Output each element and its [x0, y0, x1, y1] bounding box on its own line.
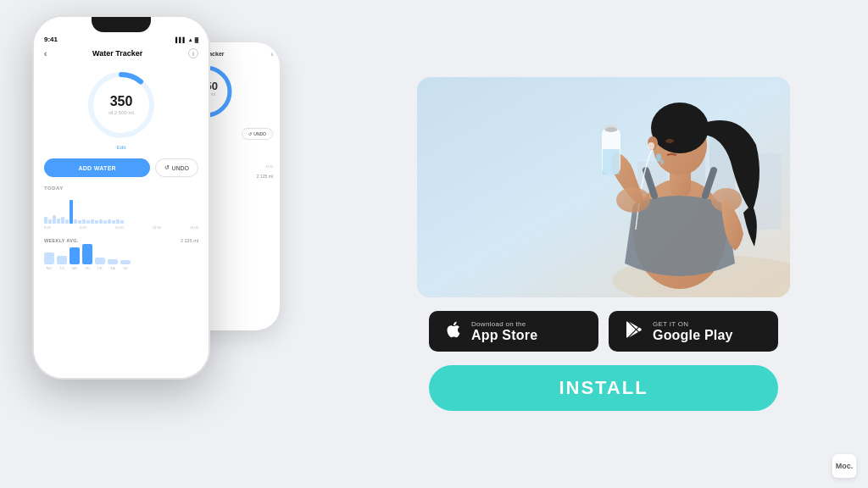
weekly-bars: MO TU WE TH [44, 247, 198, 270]
bar-2 [48, 219, 52, 224]
back-weekly-value: 2 125 ml [257, 174, 273, 179]
today-label: TODAY [44, 186, 198, 191]
app-store-button[interactable]: Download on the App Store [429, 311, 598, 352]
status-icons: ▌▌▌ ▲ ▓ [175, 37, 198, 42]
svg-point-24 [660, 159, 664, 164]
bar-time-labels: 0:00 6:00 12:00 18:00 24:00 [44, 225, 198, 230]
add-water-button[interactable]: ADD WATER [44, 158, 150, 177]
google-play-main: Google Play [653, 328, 733, 343]
bar-4 [57, 219, 60, 224]
undo-button[interactable]: ↺ UNDO [155, 158, 198, 177]
app-store-text: Download on the App Store [471, 320, 537, 343]
phone-main: 9:41 ▌▌▌ ▲ ▓ ‹ Water Tracker i [32, 15, 210, 380]
phone-notch [92, 17, 151, 32]
bar-11 [91, 219, 94, 224]
battery-icon: ▓ [195, 37, 198, 42]
bar-8 [78, 220, 81, 224]
google-play-sub: GET IT ON [653, 320, 733, 328]
hero-illustration [417, 77, 790, 297]
bar-18 [120, 220, 124, 224]
google-play-text: GET IT ON Google Play [653, 320, 733, 343]
bar-13 [99, 219, 103, 224]
right-area: Download on the App Store GET IT ON Goog… [356, 0, 868, 488]
bar-10 [86, 220, 90, 224]
wifi-icon: ▲ [188, 37, 193, 42]
week-sa: SA [108, 259, 118, 270]
install-button[interactable]: INSTALL [429, 365, 778, 411]
weekly-avg-value: 2 125 ml [181, 238, 198, 243]
apple-icon [444, 320, 463, 342]
phone-time: 9:41 [44, 36, 58, 43]
water-progress-circle: 350 of 2 500 ml Edit [44, 67, 198, 150]
bar-16 [112, 220, 115, 224]
back-undo-btn[interactable]: ↺ UNDO [242, 128, 273, 140]
back-phone-status: ℹ [271, 52, 273, 57]
today-bar-chart [44, 194, 198, 224]
svg-point-23 [656, 153, 661, 162]
week-tu: TU [57, 256, 67, 270]
svg-point-18 [648, 142, 654, 149]
weekly-avg-label: WEEKLY AVG. [44, 238, 79, 243]
circle-chart: 350 of 2 500 ml [83, 67, 159, 143]
bar-14 [103, 220, 107, 224]
bar-17 [116, 219, 120, 224]
bar-12 [95, 220, 98, 224]
action-buttons: ADD WATER ↺ UNDO [44, 158, 198, 177]
week-mo: MO [44, 252, 54, 270]
svg-point-22 [605, 127, 617, 132]
status-bar: 9:41 ▌▌▌ ▲ ▓ [44, 36, 198, 43]
svg-rect-21 [603, 149, 620, 175]
store-buttons: Download on the App Store GET IT ON Goog… [429, 311, 778, 352]
watermark: Moc. [832, 454, 856, 478]
bar-6 [65, 219, 69, 224]
week-fr: FR [95, 258, 105, 270]
bar-7 [74, 219, 77, 224]
week-th: TH [82, 244, 92, 270]
hero-image [417, 77, 790, 297]
phone-header: ‹ Water Tracker i [44, 48, 198, 58]
svg-point-15 [651, 103, 709, 153]
circle-center-text: 350 of 2 500 ml [108, 95, 134, 115]
hero-content [417, 77, 790, 297]
phone-area: Water Tracker ℹ 1950 of 2 500 ml Edit [0, 0, 356, 488]
water-value: 350 [108, 95, 134, 108]
google-play-button[interactable]: GET IT ON Google Play [609, 311, 778, 352]
edit-link[interactable]: Edit [117, 145, 125, 150]
phone-app-title: Water Tracker [47, 49, 188, 58]
bar-5 [61, 217, 64, 224]
info-icon[interactable]: i [188, 48, 198, 58]
weekly-section: WEEKLY AVG. 2 125 ml MO TU [44, 238, 198, 270]
bar-active [70, 200, 73, 224]
app-store-main: App Store [471, 328, 537, 343]
google-play-icon [624, 319, 644, 343]
week-su: SU [120, 260, 131, 270]
undo-icon: ↺ [164, 164, 170, 171]
bar-1 [44, 217, 47, 224]
water-unit: of 2 500 ml [108, 110, 134, 115]
bar-15 [108, 219, 111, 224]
phone-screen: 9:41 ▌▌▌ ▲ ▓ ‹ Water Tracker i [34, 17, 209, 378]
app-store-sub: Download on the [471, 320, 537, 328]
signal-icon: ▌▌▌ [175, 37, 186, 42]
weekly-header: WEEKLY AVG. 2 125 ml [44, 238, 198, 243]
main-container: Water Tracker ℹ 1950 of 2 500 ml Edit [0, 0, 868, 488]
bar-3 [53, 215, 56, 224]
bar-9 [82, 219, 86, 224]
week-we: WE [70, 247, 80, 270]
svg-point-25 [616, 187, 650, 213]
